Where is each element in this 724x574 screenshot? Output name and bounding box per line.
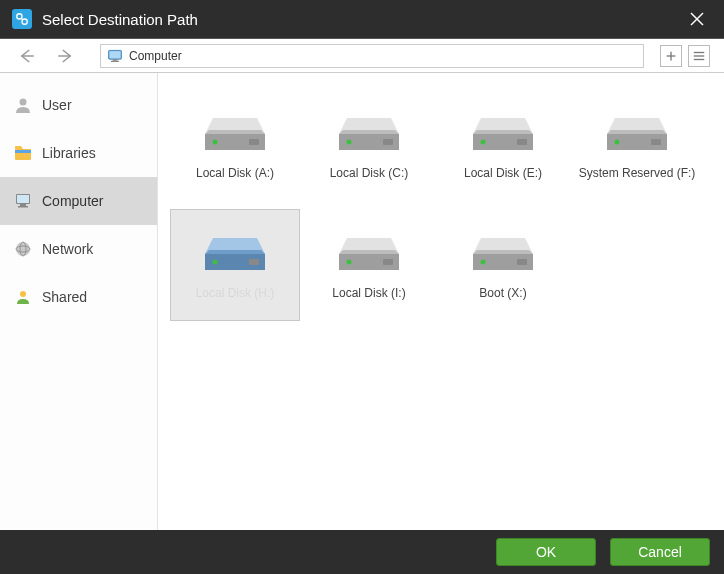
drive-label: System Reserved (F:) (579, 166, 696, 180)
svg-point-35 (347, 140, 352, 145)
svg-point-16 (20, 99, 27, 106)
libraries-icon (14, 144, 32, 162)
drive-label: Local Disk (C:) (330, 166, 409, 180)
new-folder-button[interactable] (660, 45, 682, 67)
svg-rect-20 (17, 195, 29, 203)
close-button[interactable] (682, 4, 712, 34)
footer: OK Cancel (0, 530, 724, 574)
svg-rect-21 (20, 204, 26, 206)
list-view-button[interactable] (688, 45, 710, 67)
svg-marker-34 (339, 130, 399, 134)
drive-item[interactable]: Local Disk (C:) (304, 89, 434, 201)
breadcrumb[interactable]: Computer (100, 44, 644, 68)
svg-rect-8 (109, 51, 120, 58)
svg-marker-49 (205, 250, 265, 254)
svg-rect-41 (517, 139, 527, 145)
svg-marker-29 (205, 130, 265, 134)
computer-icon (14, 192, 32, 210)
main-area: User Libraries Computer Network Shared (0, 73, 724, 530)
svg-rect-51 (249, 259, 259, 265)
sidebar-item-label: Shared (42, 289, 87, 305)
sidebar-item-libraries[interactable]: Libraries (0, 129, 157, 177)
svg-marker-39 (473, 130, 533, 134)
svg-line-2 (21, 18, 23, 20)
toolbar: Computer (0, 38, 724, 73)
sidebar-item-label: Libraries (42, 145, 96, 161)
sidebar-item-computer[interactable]: Computer (0, 177, 157, 225)
drive-label: Local Disk (I:) (332, 286, 405, 300)
drive-item[interactable]: Local Disk (A:) (170, 89, 300, 201)
back-button[interactable] (14, 43, 40, 69)
window-title: Select Destination Path (42, 11, 682, 28)
drive-item[interactable]: Local Disk (H:) (170, 209, 300, 321)
svg-point-26 (20, 291, 26, 297)
cancel-button[interactable]: Cancel (610, 538, 710, 566)
drive-item[interactable]: Local Disk (E:) (438, 89, 568, 201)
drive-label: Boot (X:) (479, 286, 526, 300)
svg-point-30 (213, 140, 218, 145)
network-icon (14, 240, 32, 258)
drive-item[interactable]: Local Disk (I:) (304, 209, 434, 321)
ok-button[interactable]: OK (496, 538, 596, 566)
svg-rect-46 (651, 139, 661, 145)
sidebar-item-label: Computer (42, 193, 103, 209)
drive-label: Local Disk (E:) (464, 166, 542, 180)
app-icon (12, 9, 32, 29)
drive-grid: Local Disk (A:) Local Disk (C:) Local Di… (158, 73, 724, 530)
svg-marker-44 (607, 130, 667, 134)
svg-point-50 (213, 260, 218, 265)
svg-rect-31 (249, 139, 259, 145)
svg-marker-54 (339, 250, 399, 254)
svg-rect-9 (113, 59, 118, 61)
sidebar-item-label: Network (42, 241, 93, 257)
sidebar-item-shared[interactable]: Shared (0, 273, 157, 321)
forward-button[interactable] (52, 43, 78, 69)
titlebar: Select Destination Path (0, 0, 724, 38)
sidebar-item-user[interactable]: User (0, 81, 157, 129)
drive-label: Local Disk (H:) (196, 286, 275, 300)
user-icon (14, 96, 32, 114)
sidebar-item-network[interactable]: Network (0, 225, 157, 273)
sidebar-item-label: User (42, 97, 72, 113)
computer-icon (107, 49, 123, 63)
svg-point-23 (16, 242, 30, 256)
svg-point-40 (481, 140, 486, 145)
svg-rect-61 (517, 259, 527, 265)
drive-item[interactable]: Boot (X:) (438, 209, 568, 321)
svg-rect-22 (18, 206, 28, 208)
svg-rect-10 (111, 60, 119, 61)
svg-point-60 (481, 260, 486, 265)
svg-marker-59 (473, 250, 533, 254)
drive-item[interactable]: System Reserved (F:) (572, 89, 702, 201)
shared-icon (14, 288, 32, 306)
svg-point-55 (347, 260, 352, 265)
svg-rect-36 (383, 139, 393, 145)
svg-point-45 (615, 140, 620, 145)
svg-rect-18 (15, 150, 31, 153)
svg-rect-56 (383, 259, 393, 265)
breadcrumb-text: Computer (129, 49, 182, 63)
drive-label: Local Disk (A:) (196, 166, 274, 180)
sidebar: User Libraries Computer Network Shared (0, 73, 158, 530)
